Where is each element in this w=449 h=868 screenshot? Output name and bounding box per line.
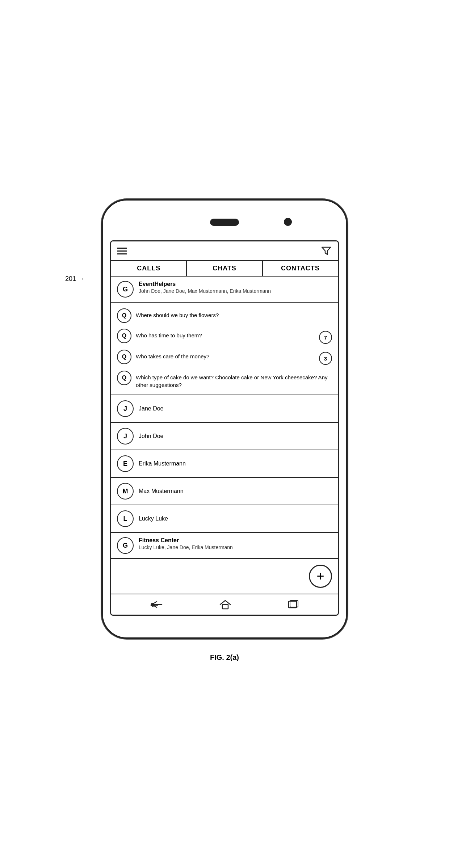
question-badge-3: 3 bbox=[319, 352, 332, 365]
erika-name: Erika Mustermann bbox=[139, 460, 186, 467]
question-text-2: Who has time to buy them? bbox=[136, 329, 315, 339]
hamburger-line-2 bbox=[117, 250, 127, 252]
back-button[interactable] bbox=[150, 600, 163, 609]
figure-caption: FIG. 2(a) bbox=[210, 653, 239, 662]
question-item-3[interactable]: Q Who takes care of the money? 3 bbox=[111, 347, 338, 368]
max-mustermann-item[interactable]: M Max Mustermann bbox=[111, 478, 338, 505]
fitness-name: Fitness Center bbox=[139, 537, 233, 544]
questions-section: Q Where should we buy the flowers? Q Who… bbox=[111, 303, 338, 395]
event-helpers-chat-item[interactable]: G EventHelpers John Doe, Jane Doe, Max M… bbox=[111, 277, 338, 303]
phone-bottom bbox=[110, 616, 339, 627]
ref-arrow: → bbox=[78, 275, 85, 283]
fab-area: + bbox=[111, 559, 338, 594]
phone-shell: CALLS CHATS CONTACTS G EventHelpers John… bbox=[101, 199, 348, 639]
filter-button[interactable] bbox=[320, 245, 332, 257]
page-wrapper: 201 → bbox=[0, 185, 449, 683]
question-avatar-3: Q bbox=[117, 350, 131, 364]
event-helpers-info: EventHelpers John Doe, Jane Doe, Max Mus… bbox=[139, 281, 332, 294]
svg-marker-0 bbox=[322, 247, 331, 254]
fitness-avatar: G bbox=[117, 537, 134, 554]
fitness-center-item[interactable]: G Fitness Center Lucky Luke, Jane Doe, E… bbox=[111, 533, 338, 559]
fab-add-button[interactable]: + bbox=[309, 565, 332, 588]
question-avatar-1: Q bbox=[117, 308, 131, 323]
question-item-1[interactable]: Q Where should we buy the flowers? bbox=[111, 306, 338, 326]
svg-rect-2 bbox=[222, 604, 228, 609]
phone-top-bar bbox=[110, 215, 339, 237]
tab-calls[interactable]: CALLS bbox=[111, 261, 187, 276]
hamburger-menu-button[interactable] bbox=[117, 248, 127, 254]
lucky-luke-avatar: L bbox=[117, 510, 134, 527]
hamburger-line-3 bbox=[117, 253, 127, 254]
tabs: CALLS CHATS CONTACTS bbox=[111, 261, 338, 277]
ref-number: 201 bbox=[65, 275, 76, 283]
chat-list: G EventHelpers John Doe, Jane Doe, Max M… bbox=[111, 277, 338, 594]
question-item-4[interactable]: Q Which type of cake do we want? Chocola… bbox=[111, 368, 338, 392]
tab-contacts[interactable]: CONTACTS bbox=[263, 261, 338, 276]
reference-label: 201 → bbox=[65, 275, 85, 283]
jane-doe-name: Jane Doe bbox=[139, 405, 164, 412]
filter-icon-svg bbox=[321, 246, 331, 256]
erika-mustermann-item[interactable]: E Erika Mustermann bbox=[111, 450, 338, 478]
back-icon bbox=[150, 600, 163, 609]
fitness-members: Lucky Luke, Jane Doe, Erika Mustermann bbox=[139, 544, 233, 550]
question-item-2[interactable]: Q Who has time to buy them? 7 bbox=[111, 326, 338, 347]
hamburger-line-1 bbox=[117, 248, 127, 249]
fitness-info: Fitness Center Lucky Luke, Jane Doe, Eri… bbox=[139, 537, 233, 550]
erika-avatar: E bbox=[117, 455, 134, 472]
question-badge-2: 7 bbox=[319, 331, 332, 344]
bottom-nav bbox=[111, 594, 338, 615]
recents-button[interactable] bbox=[287, 600, 299, 609]
home-icon bbox=[219, 599, 231, 610]
jane-doe-item[interactable]: J Jane Doe bbox=[111, 395, 338, 423]
max-avatar: M bbox=[117, 483, 134, 500]
lucky-luke-name: Lucky Luke bbox=[139, 515, 168, 522]
question-text-3: Who takes care of the money? bbox=[136, 350, 315, 360]
phone-screen: CALLS CHATS CONTACTS G EventHelpers John… bbox=[110, 240, 339, 616]
max-name: Max Mustermann bbox=[139, 488, 184, 494]
john-doe-avatar: J bbox=[117, 428, 134, 444]
john-doe-name: John Doe bbox=[139, 433, 164, 439]
lucky-luke-item[interactable]: L Lucky Luke bbox=[111, 505, 338, 533]
home-button[interactable] bbox=[219, 599, 231, 610]
question-avatar-2: Q bbox=[117, 329, 131, 343]
question-text-4: Which type of cake do we want? Chocolate… bbox=[136, 371, 332, 389]
john-doe-item[interactable]: J John Doe bbox=[111, 423, 338, 450]
event-helpers-name: EventHelpers bbox=[139, 281, 332, 287]
event-helpers-avatar: G bbox=[117, 281, 134, 298]
top-bar bbox=[111, 241, 338, 261]
tab-chats[interactable]: CHATS bbox=[187, 261, 263, 276]
event-helpers-members: John Doe, Jane Doe, Max Mustermann, Erik… bbox=[139, 288, 332, 294]
phone-camera bbox=[284, 218, 292, 226]
jane-doe-avatar: J bbox=[117, 400, 134, 417]
question-avatar-4: Q bbox=[117, 371, 131, 385]
phone-speaker bbox=[210, 219, 239, 226]
screen-wrapper: 201 → bbox=[101, 199, 348, 639]
recents-icon bbox=[287, 600, 299, 609]
question-text-1: Where should we buy the flowers? bbox=[136, 308, 332, 319]
